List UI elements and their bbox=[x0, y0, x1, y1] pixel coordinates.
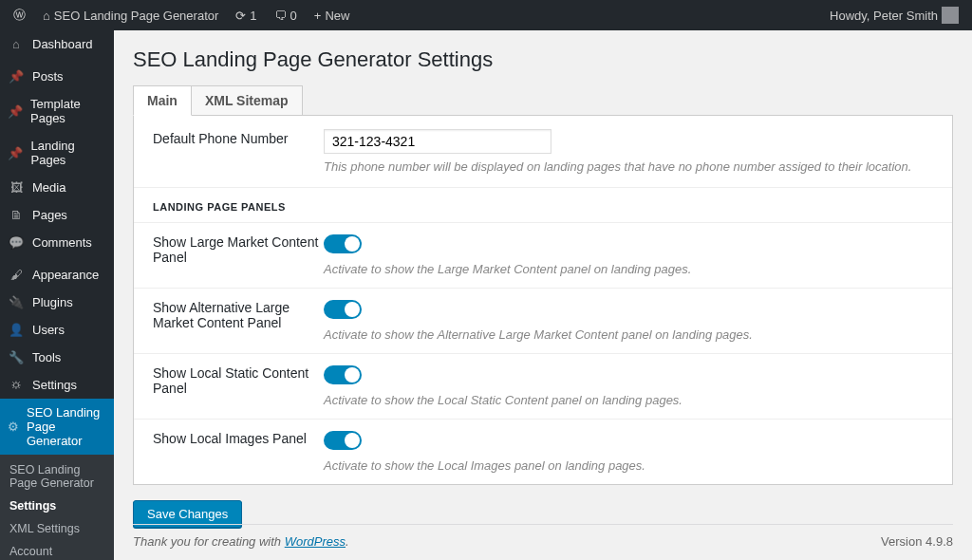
menu-icon: ⚙ bbox=[8, 420, 19, 434]
adminbar-account[interactable]: Howdy, Peter Smith bbox=[824, 7, 964, 24]
sidebar-item-4[interactable]: 🖾Media bbox=[0, 174, 114, 201]
sidebar-item-6[interactable]: 💬Comments bbox=[0, 229, 114, 256]
toggle-label: Show Local Static Content Panel bbox=[153, 365, 324, 407]
adminbar-comments-count: 0 bbox=[290, 9, 297, 23]
toggle-label: Show Large Market Content Panel bbox=[153, 234, 324, 276]
toggle-row-2: Show Local Static Content PanelActivate … bbox=[134, 353, 952, 419]
adminbar-comments[interactable]: 🗨0 bbox=[269, 9, 303, 23]
menu-icon: 📌 bbox=[8, 104, 23, 119]
toggle-row-1: Show Alternative Large Market Content Pa… bbox=[134, 288, 952, 353]
phone-input[interactable] bbox=[324, 129, 551, 154]
menu-icon: ⛭ bbox=[8, 378, 25, 392]
toggle-switch-2[interactable] bbox=[324, 365, 362, 384]
avatar bbox=[942, 7, 959, 24]
menu-icon: 📌 bbox=[8, 69, 25, 84]
menu-icon: 👤 bbox=[8, 323, 25, 337]
settings-panel: Default Phone Number This phone number w… bbox=[133, 116, 953, 485]
wordpress-icon: ⓦ bbox=[13, 7, 26, 24]
toggle-row-3: Show Local Images PanelActivate to show … bbox=[134, 419, 952, 484]
adminbar-new-label: New bbox=[325, 9, 349, 23]
wp-logo[interactable]: ⓦ bbox=[8, 7, 31, 24]
tab-0[interactable]: Main bbox=[133, 85, 192, 116]
sidebar-item-7[interactable]: 🖌Appearance bbox=[0, 261, 114, 289]
tab-1[interactable]: XML Sitemap bbox=[192, 85, 303, 116]
menu-icon: ⌂ bbox=[8, 37, 25, 51]
menu-label: Users bbox=[32, 323, 65, 337]
sidebar-item-11[interactable]: ⛭Settings bbox=[0, 371, 114, 399]
submenu-item-0[interactable]: SEO Landing Page Generator bbox=[0, 458, 114, 495]
update-icon: ⟳ bbox=[235, 9, 246, 23]
menu-icon: 🔧 bbox=[8, 350, 25, 364]
toggle-row-0: Show Large Market Content PanelActivate … bbox=[134, 222, 952, 288]
toggle-switch-3[interactable] bbox=[324, 431, 362, 450]
toggle-switch-1[interactable] bbox=[324, 300, 362, 319]
page-title: SEO Landing Page Generator Settings bbox=[133, 47, 953, 72]
menu-label: Dashboard bbox=[32, 37, 93, 51]
sidebar-submenu: SEO Landing Page GeneratorSettingsXML Se… bbox=[0, 455, 114, 560]
sidebar-item-3[interactable]: 📌Landing Pages bbox=[0, 132, 114, 174]
submenu-item-3[interactable]: Account bbox=[0, 540, 114, 560]
menu-label: Template Pages bbox=[30, 97, 106, 125]
toggle-desc: Activate to show the Local Images panel … bbox=[324, 458, 933, 473]
phone-label: Default Phone Number bbox=[153, 129, 324, 174]
menu-label: SEO Landing Page Generator bbox=[27, 405, 106, 448]
footer-version: Version 4.9.8 bbox=[881, 534, 953, 549]
adminbar-updates[interactable]: ⟳1 bbox=[230, 9, 262, 23]
menu-label: Settings bbox=[32, 378, 77, 392]
menu-label: Posts bbox=[32, 69, 64, 84]
menu-label: Comments bbox=[32, 235, 92, 250]
adminbar-howdy: Howdy, Peter Smith bbox=[830, 9, 938, 23]
sidebar-item-8[interactable]: 🔌Plugins bbox=[0, 289, 114, 316]
panels-section-title: LANDING PAGE PANELS bbox=[134, 187, 952, 222]
menu-label: Tools bbox=[32, 350, 61, 364]
menu-icon: 🖌 bbox=[8, 268, 25, 282]
submenu-item-1[interactable]: Settings bbox=[0, 495, 114, 517]
adminbar-site-name: SEO Landing Page Generator bbox=[54, 9, 218, 23]
adminbar-updates-count: 1 bbox=[250, 9, 256, 23]
sidebar-item-12[interactable]: ⚙SEO Landing Page Generator bbox=[0, 399, 114, 455]
footer-wp-link[interactable]: WordPress bbox=[285, 534, 346, 549]
plus-icon: + bbox=[314, 9, 322, 23]
home-icon: ⌂ bbox=[43, 9, 50, 23]
toggle-switch-0[interactable] bbox=[324, 234, 362, 253]
sidebar-item-2[interactable]: 📌Template Pages bbox=[0, 90, 114, 132]
menu-label: Landing Pages bbox=[31, 139, 107, 167]
menu-icon: 💬 bbox=[8, 235, 25, 250]
adminbar-site[interactable]: ⌂SEO Landing Page Generator bbox=[37, 9, 224, 23]
adminbar-new[interactable]: +New bbox=[308, 9, 356, 23]
admin-bar: ⓦ ⌂SEO Landing Page Generator ⟳1 🗨0 +New… bbox=[0, 0, 972, 30]
menu-icon: 🗎 bbox=[8, 208, 25, 222]
toggle-desc: Activate to show the Large Market Conten… bbox=[324, 262, 933, 276]
phone-desc: This phone number will be displayed on l… bbox=[324, 159, 933, 174]
toggle-label: Show Alternative Large Market Content Pa… bbox=[153, 300, 324, 342]
sidebar-item-1[interactable]: 📌Posts bbox=[0, 63, 114, 90]
toggle-desc: Activate to show the Local Static Conten… bbox=[324, 393, 933, 407]
toggle-desc: Activate to show the Alternative Large M… bbox=[324, 327, 933, 342]
admin-sidebar: ⌂Dashboard📌Posts📌Template Pages📌Landing … bbox=[0, 30, 114, 560]
main-content: SEO Landing Page Generator Settings Main… bbox=[114, 30, 972, 560]
menu-icon: 🖾 bbox=[8, 180, 25, 195]
admin-footer: Thank you for creating with WordPress. V… bbox=[133, 524, 953, 560]
footer-thanks-post: . bbox=[346, 534, 349, 549]
sidebar-item-10[interactable]: 🔧Tools bbox=[0, 344, 114, 371]
footer-thanks-pre: Thank you for creating with bbox=[133, 534, 285, 549]
toggle-label: Show Local Images Panel bbox=[153, 431, 324, 473]
menu-icon: 🔌 bbox=[8, 295, 25, 309]
menu-label: Plugins bbox=[32, 295, 73, 309]
menu-label: Pages bbox=[32, 208, 67, 222]
sidebar-item-0[interactable]: ⌂Dashboard bbox=[0, 30, 114, 58]
phone-row: Default Phone Number This phone number w… bbox=[134, 116, 952, 187]
settings-tabs: MainXML Sitemap bbox=[133, 85, 953, 116]
menu-label: Appearance bbox=[32, 268, 99, 282]
sidebar-item-9[interactable]: 👤Users bbox=[0, 316, 114, 344]
comment-icon: 🗨 bbox=[274, 9, 287, 23]
menu-icon: 📌 bbox=[8, 146, 24, 160]
menu-label: Media bbox=[32, 180, 65, 195]
submenu-item-2[interactable]: XML Settings bbox=[0, 517, 114, 540]
sidebar-item-5[interactable]: 🗎Pages bbox=[0, 201, 114, 229]
